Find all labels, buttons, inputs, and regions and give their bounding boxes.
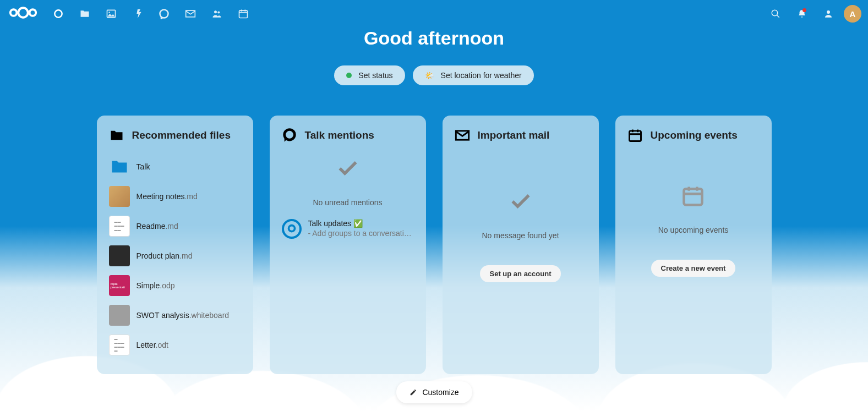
empty-text: No unread mentions <box>282 198 414 207</box>
svg-point-1 <box>18 8 28 17</box>
checkmark-icon <box>336 156 360 180</box>
file-ext: .md <box>179 251 192 260</box>
file-item[interactable]: Talk <box>109 156 241 177</box>
checkmark-icon <box>509 189 533 213</box>
svg-point-9 <box>217 11 220 13</box>
widget-important-mail: Important mail No message found yet Set … <box>443 116 599 374</box>
set-weather-label: Set location for weather <box>441 71 522 80</box>
talk-item-title: Talk updates ✅ <box>308 219 414 228</box>
svg-point-13 <box>284 130 294 140</box>
set-status-button[interactable]: Set status <box>334 65 405 85</box>
svg-point-5 <box>108 12 110 13</box>
nav-files-icon[interactable] <box>73 2 97 26</box>
customize-label: Customize <box>422 388 458 397</box>
nav-contacts-icon[interactable] <box>205 2 229 26</box>
file-thumbnail <box>109 186 130 207</box>
mail-icon <box>455 128 470 143</box>
svg-point-2 <box>30 9 36 16</box>
file-name: Talk <box>137 162 150 171</box>
widget-title: Recommended files <box>132 129 231 141</box>
create-event-button[interactable]: Create a new event <box>651 260 736 277</box>
widget-title: Talk mentions <box>305 129 374 141</box>
search-icon[interactable] <box>765 3 787 25</box>
weather-icon: 🌤️ <box>425 71 434 80</box>
greeting-title: Good afternoon <box>0 28 868 49</box>
svg-point-3 <box>54 10 62 17</box>
nav-mail-icon[interactable] <box>178 2 203 26</box>
calendar-icon <box>627 128 643 143</box>
set-status-label: Set status <box>358 71 392 80</box>
file-thumbnail: ▬▬▬▬▬▬▬▬ <box>109 335 130 355</box>
file-item[interactable]: ▬▬▬▬▬▬▬▬ Letter.odt <box>109 335 241 355</box>
file-item[interactable]: mple presentati Simple.odp <box>109 275 241 296</box>
nav-talk-icon[interactable] <box>152 2 176 26</box>
user-avatar[interactable]: A <box>844 5 861 23</box>
svg-rect-16 <box>629 131 641 141</box>
file-thumbnail <box>109 305 130 326</box>
empty-text: No message found yet <box>482 231 559 240</box>
file-name: Meeting notes <box>137 192 185 201</box>
calendar-empty-icon <box>681 184 705 208</box>
file-name: Readme <box>137 222 166 231</box>
customize-button[interactable]: Customize <box>396 381 472 403</box>
widget-title: Important mail <box>478 129 550 141</box>
svg-point-12 <box>827 10 830 14</box>
file-item[interactable]: ▬▬▬▬▬▬▬ Readme.md <box>109 216 241 237</box>
file-item[interactable]: SWOT analysis.whiteboard <box>109 305 241 326</box>
set-weather-button[interactable]: 🌤️ Set location for weather <box>413 65 534 85</box>
notifications-icon[interactable] <box>791 3 813 25</box>
nav-activity-icon[interactable] <box>125 2 150 26</box>
app-nav <box>46 2 255 26</box>
svg-point-11 <box>772 10 778 16</box>
talk-icon <box>282 128 297 143</box>
nav-dashboard-icon[interactable] <box>46 2 70 26</box>
talk-avatar-icon <box>282 219 302 239</box>
folder-icon <box>109 128 124 143</box>
file-name: SWOT analysis <box>137 311 189 320</box>
nextcloud-logo-icon[interactable] <box>7 4 40 23</box>
widget-title: Upcoming events <box>651 129 738 141</box>
status-online-icon <box>346 73 352 78</box>
file-thumbnail: ▬▬▬▬▬▬▬ <box>109 216 130 237</box>
file-name: Simple <box>137 281 160 290</box>
file-ext: .md <box>184 192 197 201</box>
folder-icon <box>109 156 130 177</box>
file-name: Product plan <box>137 251 180 260</box>
widget-upcoming-events: Upcoming events No upcoming events Creat… <box>615 116 772 374</box>
widget-talk-mentions: Talk mentions No unread mentions Talk up… <box>270 116 426 374</box>
file-ext: .whiteboard <box>189 311 229 320</box>
file-item[interactable]: Product plan.md <box>109 245 241 266</box>
setup-account-button[interactable]: Set up an account <box>480 265 561 282</box>
file-item[interactable]: Meeting notes.md <box>109 186 241 207</box>
contacts-menu-icon[interactable] <box>817 3 839 25</box>
svg-point-8 <box>214 10 217 13</box>
svg-point-0 <box>10 9 17 16</box>
empty-text: No upcoming events <box>658 226 729 234</box>
file-thumbnail <box>109 245 130 266</box>
widget-recommended-files: Recommended files Talk Meeting notes.md … <box>97 116 253 374</box>
file-ext: .odt <box>156 341 168 349</box>
nav-photos-icon[interactable] <box>99 2 123 26</box>
file-ext: .odp <box>160 281 174 290</box>
svg-rect-10 <box>239 10 248 18</box>
file-name: Letter <box>137 341 156 349</box>
talk-item[interactable]: Talk updates ✅ - Add groups to a convers… <box>282 219 414 239</box>
topbar: A <box>0 0 868 28</box>
svg-rect-17 <box>684 189 702 205</box>
nav-calendar-icon[interactable] <box>231 2 255 26</box>
file-ext: .md <box>165 222 178 231</box>
pencil-icon <box>409 388 417 396</box>
talk-item-subtitle: - Add groups to a conversation … <box>308 229 414 238</box>
svg-point-14 <box>288 226 294 232</box>
file-thumbnail: mple presentati <box>109 275 130 296</box>
